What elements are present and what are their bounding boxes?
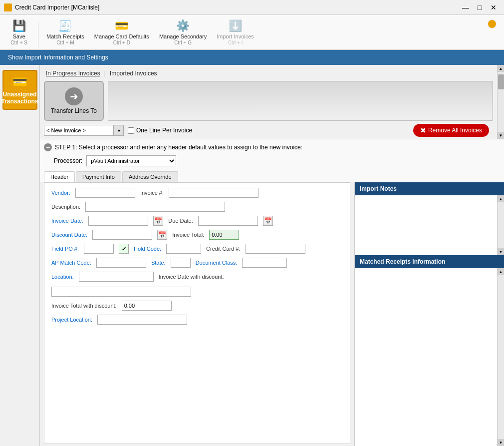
state-input[interactable] bbox=[171, 258, 191, 268]
discount-date-label[interactable]: Discount Date: bbox=[51, 232, 87, 238]
field-po-label[interactable]: Field PO #: bbox=[51, 246, 79, 252]
invoice-total-input[interactable] bbox=[209, 230, 239, 240]
invoice-date-cal-button[interactable]: 📅 bbox=[153, 216, 163, 226]
discount-date-cal-button[interactable]: 📅 bbox=[157, 230, 167, 240]
credit-card-input[interactable] bbox=[246, 244, 305, 254]
title-bar: Credit Card Importer [MCarlisle] — □ ✕ bbox=[0, 0, 504, 15]
vendor-label[interactable]: Vendor: bbox=[51, 190, 70, 196]
sidebar-item-unassigned[interactable]: 💳 UnassignedTransactions bbox=[2, 70, 37, 110]
transfer-btn-label: Transfer Lines To bbox=[51, 107, 97, 114]
form-row-total-discount: Invoice Total with discount: bbox=[51, 301, 343, 311]
description-input[interactable] bbox=[85, 202, 225, 212]
manage-secondary-button[interactable]: ⚙️ Manage Secondary Ctrl + G bbox=[155, 18, 211, 47]
scroll-up-arrow[interactable]: ▲ bbox=[498, 65, 504, 72]
form-tabs: Header Payment Info Address Override bbox=[40, 169, 504, 182]
location-input[interactable] bbox=[79, 272, 154, 282]
match-receipts-label: Match Receipts bbox=[46, 33, 84, 40]
invoice-list-area bbox=[108, 81, 493, 121]
matched-receipts-section: Matched Receipts Information ▲ ▼ bbox=[355, 255, 504, 446]
toolbar: 💾 Save Ctrl + S 🧾 Match Receipts Ctrl + … bbox=[0, 15, 504, 50]
project-location-input[interactable] bbox=[97, 315, 187, 325]
invoice-num-input[interactable] bbox=[169, 188, 258, 198]
invoice-total-label: Invoice Total: bbox=[172, 232, 204, 238]
tab-address-override[interactable]: Address Override bbox=[122, 171, 178, 182]
save-shortcut: Ctrl + S bbox=[10, 40, 27, 45]
matched-scroll-up[interactable]: ▲ bbox=[498, 268, 504, 275]
tab-imported[interactable]: Imported Invoices bbox=[108, 69, 159, 78]
import-notes-scrollbar: ▲ ▼ bbox=[497, 195, 504, 255]
tab-in-progress[interactable]: In Progress Invoices bbox=[44, 69, 102, 78]
document-class-label[interactable]: Document Class: bbox=[196, 260, 238, 266]
state-label[interactable]: State: bbox=[151, 260, 166, 266]
hold-code-input[interactable] bbox=[166, 244, 201, 254]
discount-date-input[interactable] bbox=[92, 230, 152, 240]
ap-match-input[interactable] bbox=[96, 258, 146, 268]
scroll-thumb[interactable] bbox=[498, 74, 504, 89]
one-line-per-invoice-label[interactable]: One Line Per Invoice bbox=[128, 127, 192, 134]
scroll-down-arrow[interactable]: ▼ bbox=[498, 132, 504, 139]
invoice-date-label[interactable]: Invoice Date: bbox=[51, 218, 83, 224]
left-sidebar: 💳 UnassignedTransactions bbox=[0, 65, 40, 446]
matched-scroll-down[interactable]: ▼ bbox=[498, 439, 504, 446]
app-title: Credit Card Importer [MCarlisle] bbox=[15, 4, 99, 11]
invoice-date-input[interactable] bbox=[88, 216, 148, 226]
processor-row: Processor: pVault Administrator bbox=[40, 153, 504, 169]
hold-code-label[interactable]: Hold Code: bbox=[134, 246, 161, 252]
transfer-lines-button[interactable]: ➜ Transfer Lines To bbox=[44, 81, 104, 121]
tab-header[interactable]: Header bbox=[44, 171, 75, 182]
import-invoices-button[interactable]: ⬇️ Import Invoices Ctrl + I bbox=[213, 18, 258, 47]
form-row-ap-state-doc: AP Match Code: State: Document Class: bbox=[51, 258, 343, 268]
form-row-vendor: Vendor: Invoice #: bbox=[51, 188, 343, 198]
one-line-label: One Line Per Invoice bbox=[136, 127, 192, 134]
form-row-discount-total: Discount Date: 📅 Invoice Total: bbox=[51, 230, 343, 240]
field-po-check-button[interactable]: ✔ bbox=[119, 244, 129, 254]
inv-date-discount-label: Invoice Date with discount: bbox=[159, 274, 224, 280]
import-notes-header: Import Notes bbox=[355, 182, 504, 195]
window-controls: — □ ✕ bbox=[459, 2, 500, 13]
inv-date-discount-input[interactable] bbox=[51, 287, 191, 297]
matched-receipts-header: Matched Receipts Information bbox=[355, 255, 504, 268]
vendor-input[interactable] bbox=[75, 188, 135, 198]
scroll-track bbox=[498, 72, 504, 132]
import-settings-button[interactable]: Show Import Information and Settings bbox=[0, 50, 504, 65]
new-invoice-dropdown-arrow[interactable]: ▾ bbox=[114, 125, 124, 136]
minimize-button[interactable]: — bbox=[459, 2, 472, 13]
one-line-checkbox[interactable] bbox=[128, 127, 134, 134]
field-po-input[interactable] bbox=[84, 244, 114, 254]
toolbar-divider-1 bbox=[38, 22, 38, 47]
match-receipts-button[interactable]: 🧾 Match Receipts Ctrl + M bbox=[42, 18, 88, 47]
location-label[interactable]: Location: bbox=[51, 274, 74, 280]
invoice-tabs: In Progress Invoices | Imported Invoices bbox=[44, 69, 493, 78]
new-invoice-select-wrap: < New Invoice > ▾ bbox=[44, 125, 124, 136]
match-receipts-shortcut: Ctrl + M bbox=[56, 40, 74, 45]
project-location-label[interactable]: Project Location: bbox=[51, 317, 92, 323]
description-label: Description: bbox=[51, 204, 80, 210]
due-date-cal-button[interactable]: 📅 bbox=[263, 216, 273, 226]
import-notes-section: Import Notes Hide Sidebar ▲ ▼ bbox=[355, 182, 504, 255]
notes-scroll-up[interactable]: ▲ bbox=[498, 195, 504, 202]
matched-receipts-scrollbar: ▲ ▼ bbox=[497, 268, 504, 446]
inv-total-discount-input[interactable] bbox=[122, 301, 172, 311]
processor-label: Processor: bbox=[54, 157, 82, 164]
maximize-button[interactable]: □ bbox=[473, 2, 486, 13]
manage-card-button[interactable]: 💳 Manage Card Defaults Ctrl + D bbox=[90, 18, 153, 47]
notes-scroll-down[interactable]: ▼ bbox=[498, 248, 504, 255]
collapse-icon[interactable]: − bbox=[44, 143, 52, 151]
invoice-num-label: Invoice #: bbox=[140, 190, 164, 196]
manage-secondary-icon: ⚙️ bbox=[174, 19, 192, 32]
document-class-input[interactable] bbox=[242, 258, 287, 268]
app-icon bbox=[4, 3, 12, 11]
ap-match-label[interactable]: AP Match Code: bbox=[51, 260, 91, 266]
form-row-project-location: Project Location: bbox=[51, 315, 343, 325]
processor-select[interactable]: pVault Administrator bbox=[86, 155, 176, 166]
title-bar-left: Credit Card Importer [MCarlisle] bbox=[4, 3, 99, 11]
remove-all-button[interactable]: ✖ Remove All Invoices bbox=[413, 124, 489, 137]
tab-separator: | bbox=[104, 70, 106, 77]
step-instruction: − STEP 1: Select a processor and enter a… bbox=[40, 139, 504, 153]
close-button[interactable]: ✕ bbox=[487, 2, 500, 13]
save-button[interactable]: 💾 Save Ctrl + S bbox=[4, 18, 34, 47]
manage-card-shortcut: Ctrl + D bbox=[113, 40, 130, 45]
new-invoice-select[interactable]: < New Invoice > bbox=[44, 125, 114, 136]
due-date-input[interactable] bbox=[198, 216, 258, 226]
tab-payment-info[interactable]: Payment Info bbox=[76, 171, 121, 182]
